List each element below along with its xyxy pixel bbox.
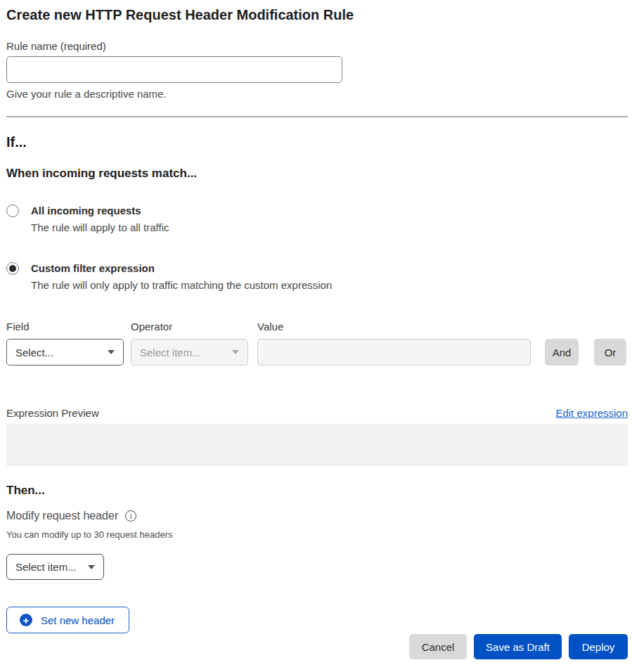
field-label: Field (6, 320, 131, 334)
operator-label: Operator (131, 320, 257, 334)
plus-circle-icon: + (20, 614, 32, 626)
and-button[interactable]: And (545, 339, 579, 366)
expression-builder-row: Select... Select item... And Or (6, 339, 628, 366)
info-icon[interactable]: i (125, 510, 136, 522)
field-select[interactable]: Select... (6, 339, 124, 366)
rule-name-helper: Give your rule a descriptive name. (6, 87, 628, 101)
expression-preview-label: Expression Preview (6, 406, 99, 420)
set-new-header-label: Set new header (41, 614, 115, 626)
radio-button-unselected[interactable] (6, 205, 19, 217)
value-label: Value (257, 320, 283, 334)
radio-label: Custom filter expression (31, 261, 332, 276)
radio-description: The rule will apply to all traffic (31, 221, 169, 235)
radio-button-selected[interactable] (6, 262, 19, 275)
expression-preview-header: Expression Preview Edit expression (6, 406, 628, 420)
chevron-down-icon (108, 350, 115, 354)
modify-request-header-label: Modify request header (6, 508, 118, 523)
cancel-button[interactable]: Cancel (409, 634, 467, 659)
match-subheading: When incoming requests match... (6, 166, 628, 181)
rule-name-input[interactable] (6, 56, 342, 83)
radio-option-custom-expression[interactable]: Custom filter expression The rule will o… (6, 261, 628, 292)
operator-select-value: Select item... (140, 347, 201, 358)
field-select-value: Select... (15, 347, 53, 358)
chevron-down-icon (88, 565, 95, 569)
deploy-button[interactable]: Deploy (569, 634, 628, 659)
radio-label: All incoming requests (31, 204, 169, 218)
modify-header-row: Modify request header i (6, 508, 628, 523)
edit-expression-link[interactable]: Edit expression (555, 406, 628, 420)
page-title: Create new HTTP Request Header Modificat… (6, 6, 628, 24)
radio-description: The rule will only apply to traffic matc… (31, 278, 332, 292)
rule-name-label: Rule name (required) (6, 39, 628, 53)
header-item-select-value: Select item... (15, 561, 77, 573)
radio-option-all-requests[interactable]: All incoming requests The rule will appl… (6, 204, 628, 235)
value-input[interactable] (257, 339, 531, 366)
set-new-header-button[interactable]: + Set new header (6, 607, 129, 633)
section-divider (6, 116, 628, 117)
chevron-down-icon (232, 350, 239, 354)
if-heading: If... (6, 133, 628, 152)
modify-header-helper: You can modify up to 30 request headers (6, 529, 628, 541)
footer-actions: Cancel Save as Draft Deploy (6, 634, 628, 659)
create-rule-page: Create new HTTP Request Header Modificat… (0, 0, 632, 672)
expression-builder-labels: Field Operator Value (6, 320, 628, 334)
then-heading: Then... (6, 483, 628, 498)
save-as-draft-button[interactable]: Save as Draft (474, 634, 562, 659)
operator-select[interactable]: Select item... (131, 339, 248, 366)
or-button[interactable]: Or (594, 339, 626, 366)
expression-preview-box (6, 424, 628, 466)
header-item-select[interactable]: Select item... (6, 554, 104, 580)
